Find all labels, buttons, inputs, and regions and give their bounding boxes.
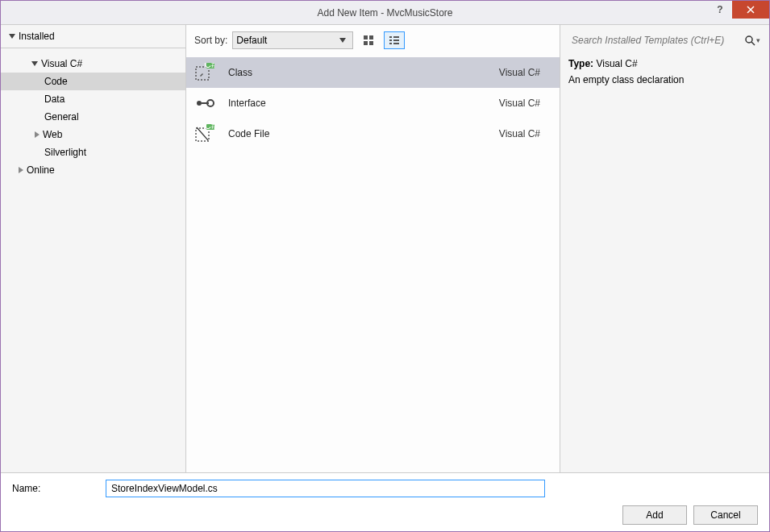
template-lang: Visual C# xyxy=(499,67,540,78)
chevron-right-icon xyxy=(19,167,23,173)
template-panel: Sort by: Default C# Class Visual C# xyxy=(186,25,560,472)
codefile-icon: C# xyxy=(193,123,215,144)
sortby-dropdown[interactable]: Default xyxy=(232,31,353,49)
view-grid-button[interactable] xyxy=(358,31,379,49)
svg-rect-1 xyxy=(369,35,373,39)
tree-item-csharp[interactable]: Visual C# xyxy=(1,55,185,73)
tree-item-online[interactable]: Online xyxy=(1,161,185,179)
view-list-button[interactable] xyxy=(384,31,405,49)
sortby-label: Sort by: xyxy=(194,35,227,46)
close-button[interactable] xyxy=(732,1,769,19)
svg-text:C#: C# xyxy=(204,124,214,131)
template-lang: Visual C# xyxy=(499,128,540,139)
detail-panel: ▾ Type: Visual C# An empty class declara… xyxy=(560,25,769,472)
template-item-codefile[interactable]: C# Code File Visual C# xyxy=(186,118,560,149)
template-name: Class xyxy=(228,67,499,78)
svg-rect-6 xyxy=(389,39,392,41)
detail-type: Type: Visual C# xyxy=(568,58,761,69)
search-icon xyxy=(744,35,755,46)
tree-item-general[interactable]: General xyxy=(1,108,185,126)
tree-item-web[interactable]: Web xyxy=(1,126,185,143)
tree-item-silverlight[interactable]: Silverlight xyxy=(1,143,185,161)
svg-rect-0 xyxy=(364,35,368,39)
name-label: Name: xyxy=(12,483,93,494)
svg-rect-4 xyxy=(389,36,392,38)
help-button[interactable]: ? xyxy=(708,1,732,19)
detail-description: An empty class declaration xyxy=(568,74,761,85)
chevron-down-icon xyxy=(9,34,15,39)
svg-line-21 xyxy=(751,42,755,45)
svg-rect-2 xyxy=(364,41,368,45)
template-name: Code File xyxy=(228,128,499,139)
template-item-class[interactable]: C# Class Visual C# xyxy=(186,57,560,88)
template-lang: Visual C# xyxy=(499,98,540,109)
sidebar: Installed Visual C# Code Data General We… xyxy=(1,25,186,472)
chevron-down-icon xyxy=(31,61,38,66)
cancel-button[interactable]: Cancel xyxy=(693,505,758,525)
svg-rect-8 xyxy=(389,43,392,44)
chevron-right-icon xyxy=(35,131,40,138)
svg-rect-9 xyxy=(393,43,399,44)
name-input[interactable] xyxy=(106,480,545,497)
svg-rect-3 xyxy=(369,41,373,45)
tree-item-data[interactable]: Data xyxy=(1,90,185,108)
add-button[interactable]: Add xyxy=(622,505,687,525)
tree-item-code[interactable]: Code xyxy=(1,73,185,90)
close-icon xyxy=(747,6,755,14)
search-input[interactable] xyxy=(568,31,743,49)
chevron-down-icon xyxy=(339,38,346,43)
interface-icon xyxy=(193,93,215,114)
template-name: Interface xyxy=(228,98,499,109)
template-item-interface[interactable]: Interface Visual C# xyxy=(186,88,560,118)
class-icon: C# xyxy=(193,62,215,83)
window-title: Add New Item - MvcMusicStore xyxy=(317,7,452,19)
search-button[interactable]: ▾ xyxy=(743,35,761,46)
svg-rect-5 xyxy=(393,36,399,38)
sidebar-header-installed[interactable]: Installed xyxy=(1,25,185,48)
titlebar: Add New Item - MvcMusicStore ? xyxy=(1,1,769,25)
list-icon xyxy=(389,35,400,46)
svg-point-20 xyxy=(746,36,752,43)
svg-rect-7 xyxy=(393,39,399,41)
grid-icon xyxy=(363,35,374,46)
svg-text:C#: C# xyxy=(204,63,214,70)
svg-point-13 xyxy=(197,101,202,106)
